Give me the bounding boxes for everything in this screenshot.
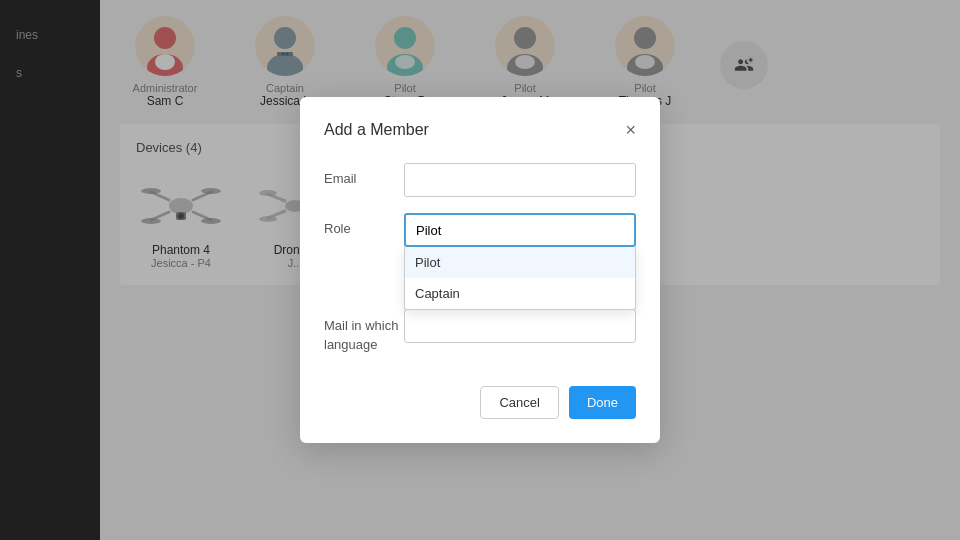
mail-language-form-group: Mail in which language <box>324 309 636 353</box>
done-button[interactable]: Done <box>569 386 636 419</box>
role-label: Role <box>324 213 404 236</box>
mail-language-input[interactable] <box>404 309 636 343</box>
email-input[interactable] <box>404 163 636 197</box>
dropdown-item-captain[interactable]: Captain <box>405 278 635 309</box>
modal-backdrop[interactable]: Add a Member × Email Role Pilot Captain … <box>0 0 960 540</box>
role-input-wrapper: Pilot Captain <box>404 213 636 247</box>
mail-language-label: Mail in which language <box>324 309 404 353</box>
role-input[interactable] <box>404 213 636 247</box>
cancel-button[interactable]: Cancel <box>480 386 558 419</box>
modal-header: Add a Member × <box>324 121 636 139</box>
dropdown-item-pilot[interactable]: Pilot <box>405 247 635 278</box>
role-dropdown-menu: Pilot Captain <box>404 247 636 310</box>
add-member-modal: Add a Member × Email Role Pilot Captain … <box>300 97 660 442</box>
modal-title: Add a Member <box>324 121 429 139</box>
email-form-group: Email <box>324 163 636 197</box>
email-label: Email <box>324 163 404 186</box>
modal-close-button[interactable]: × <box>625 121 636 139</box>
modal-footer: Cancel Done <box>324 386 636 419</box>
role-form-group: Role Pilot Captain <box>324 213 636 247</box>
